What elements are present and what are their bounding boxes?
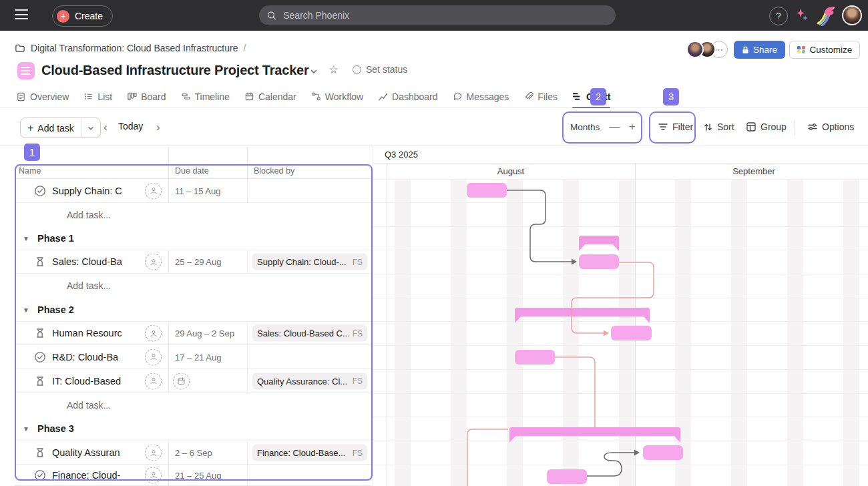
task-row[interactable]: R&D: Cloud-Ba17 – 21 Aug (15, 345, 371, 369)
assignee-avatar-placeholder[interactable] (145, 467, 162, 483)
assignee-avatar-placeholder[interactable] (145, 445, 162, 461)
add-task-inline[interactable]: Add task... (67, 400, 111, 411)
assignee-avatar-placeholder[interactable] (145, 373, 162, 389)
tab-dashboard[interactable]: Dashboard (378, 85, 438, 107)
add-task-row[interactable]: Add task... (15, 274, 371, 298)
check-circle-icon[interactable] (34, 185, 46, 197)
task-bar-finance[interactable] (547, 469, 587, 484)
tab-messages[interactable]: Messages (453, 85, 509, 107)
assignee-avatar-placeholder[interactable] (145, 325, 162, 342)
hourglass-icon[interactable] (34, 375, 46, 387)
next-period-button[interactable]: › (156, 120, 160, 135)
task-bar-human-resources[interactable] (611, 326, 652, 340)
assignee-avatar-placeholder[interactable] (145, 182, 162, 199)
hourglass-icon[interactable] (34, 327, 46, 339)
task-bar-quality-assurance[interactable] (643, 445, 683, 460)
add-task-inline[interactable]: Add task... (67, 210, 111, 220)
tab-overview[interactable]: Overview (16, 85, 69, 107)
sort-button[interactable]: Sort (704, 121, 734, 132)
due-date[interactable]: 11 – 15 Aug (175, 186, 220, 196)
task-bar-supply-chain[interactable] (467, 183, 507, 198)
collapse-triangle-icon[interactable]: ▼ (23, 234, 29, 242)
phase-row[interactable]: ▼Phase 3 (15, 417, 371, 441)
today-button[interactable]: Today (118, 121, 143, 132)
add-task-inline[interactable]: Add task... (67, 280, 111, 291)
create-button[interactable]: + Create (52, 5, 113, 27)
zoom-out-button[interactable]: — (609, 121, 620, 133)
user-avatar[interactable] (842, 5, 862, 25)
gantt-chart[interactable]: Q3 2025 AugustSeptember (373, 146, 868, 486)
help-button[interactable]: ? (769, 7, 788, 25)
hourglass-icon[interactable] (34, 447, 46, 459)
prev-period-button[interactable]: ‹ (103, 120, 107, 135)
title-chevron-down-icon[interactable] (309, 67, 318, 79)
task-row[interactable]: Finance: Cloud-21 – 25 Aug (15, 465, 371, 486)
assignee-avatar-placeholder[interactable] (145, 348, 162, 365)
phase-row[interactable]: ▼Phase 2 (15, 298, 371, 321)
due-date[interactable]: 29 Aug – 2 Sep (175, 328, 234, 338)
task-row[interactable]: IT: Cloud-BasedQuality Assurance: Cl...F… (15, 369, 371, 393)
tab-board[interactable]: Board (127, 85, 166, 107)
breadcrumb-project[interactable]: Digital Transformation: Cloud Based Infr… (31, 43, 238, 53)
breadcrumb[interactable]: Digital Transformation: Cloud Based Infr… (15, 43, 246, 53)
collapse-triangle-icon[interactable]: ▼ (23, 425, 29, 433)
task-name[interactable]: Human Resourc (52, 328, 122, 338)
check-circle-icon[interactable] (34, 469, 46, 481)
task-row[interactable]: Quality Assuran2 – 6 SepFinance: Cloud-B… (15, 441, 371, 465)
column-header-blocked-by[interactable]: Blocked by (254, 166, 294, 176)
task-name[interactable]: Supply Chain: C (52, 186, 122, 196)
column-header-name[interactable]: Name (19, 166, 41, 176)
tab-list[interactable]: List (83, 85, 112, 107)
share-button[interactable]: Share (734, 41, 785, 59)
add-task-row[interactable]: Add task... (15, 203, 371, 226)
tab-timeline[interactable]: Timeline (181, 85, 230, 107)
collapse-triangle-icon[interactable]: ▼ (23, 306, 29, 313)
add-task-dropdown[interactable] (81, 118, 100, 138)
tab-calendar[interactable]: Calendar (244, 85, 296, 107)
blocked-by-chip[interactable]: Quality Assurance: Cl...FS (252, 373, 367, 389)
due-date-placeholder-icon[interactable] (173, 373, 190, 389)
sidebar-toggle-icon[interactable] (15, 9, 28, 20)
task-name[interactable]: Sales: Cloud-Ba (52, 256, 122, 267)
member-avatar-1[interactable] (686, 41, 704, 58)
blocked-by-chip[interactable]: Finance: Cloud-Base...FS (252, 445, 367, 461)
blocked-by-chip[interactable]: Supply Chain: Cloud-...FS (252, 254, 367, 270)
task-row[interactable]: Human Resourc29 Aug – 2 SepSales: Cloud-… (15, 321, 371, 345)
phase-row[interactable]: ▼Phase 1 (15, 226, 371, 250)
due-date[interactable]: 21 – 25 Aug (175, 470, 221, 480)
blocked-by-chip[interactable]: Sales: Cloud-Based C...FS (252, 325, 367, 342)
due-date[interactable]: 17 – 21 Aug (175, 352, 221, 362)
column-header-due-date[interactable]: Due date (175, 166, 209, 176)
hourglass-icon[interactable] (34, 256, 46, 268)
task-name[interactable]: IT: Cloud-Based (52, 376, 121, 387)
due-date[interactable]: 2 – 6 Sep (175, 448, 212, 458)
task-row[interactable]: Supply Chain: C11 – 15 Aug (15, 179, 371, 203)
zoom-in-button[interactable]: + (629, 121, 635, 133)
task-bar-r-d[interactable] (515, 350, 555, 364)
tab-files[interactable]: Files (523, 85, 558, 107)
favorite-star-icon[interactable]: ☆ (329, 63, 339, 77)
assignee-avatar-placeholder[interactable] (145, 254, 162, 270)
summary-bar-phase-1[interactable] (579, 236, 619, 251)
zoom-level-label[interactable]: Months (570, 122, 600, 132)
search-bar[interactable] (259, 5, 616, 25)
project-list-icon (17, 62, 35, 79)
task-bar-sales[interactable] (579, 254, 619, 269)
customize-button[interactable]: Customize (789, 41, 860, 59)
phoenix-logo-icon[interactable] (815, 5, 838, 26)
add-task-row[interactable]: Add task... (15, 393, 371, 417)
filter-button[interactable]: Filter (658, 121, 693, 132)
options-button[interactable]: Options (808, 121, 854, 132)
check-circle-icon[interactable] (34, 351, 46, 363)
group-button[interactable]: Group (746, 121, 787, 132)
add-task-button[interactable]: +Add task (20, 117, 101, 138)
task-name[interactable]: Quality Assuran (52, 447, 120, 458)
set-status-button[interactable]: Set status (353, 64, 407, 75)
task-row[interactable]: Sales: Cloud-Ba25 – 29 AugSupply Chain: … (15, 250, 371, 274)
tab-workflow[interactable]: Workflow (311, 85, 363, 107)
search-input[interactable] (282, 9, 608, 21)
task-name[interactable]: Finance: Cloud- (52, 470, 120, 481)
task-name[interactable]: R&D: Cloud-Ba (52, 352, 118, 362)
due-date[interactable]: 25 – 29 Aug (175, 257, 221, 267)
ai-sparkles-icon[interactable] (794, 7, 810, 23)
